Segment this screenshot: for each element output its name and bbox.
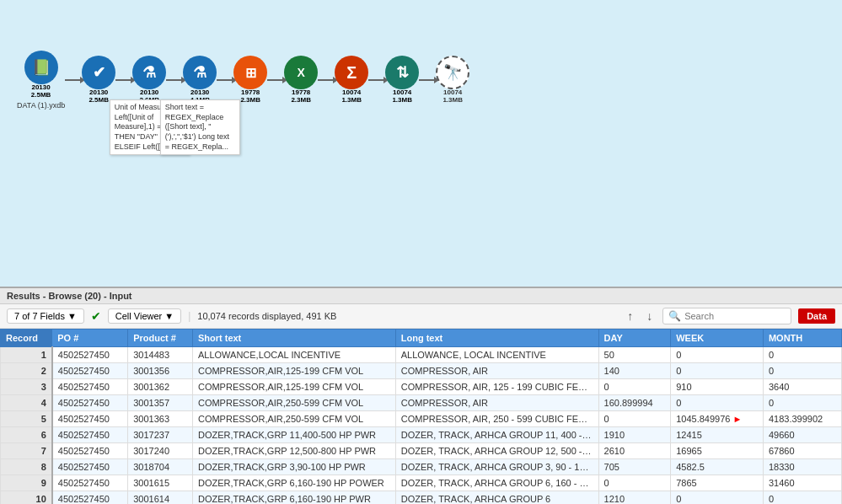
node-group-5: ⊞ 19778 2.3MB — [233, 56, 284, 105]
node-9-count: 10074 1.3MB — [442, 89, 463, 105]
node-group-8: ⇅ 10074 1.3MB — [385, 56, 436, 105]
table-cell: 67860 — [763, 443, 841, 459]
node-9-circle[interactable]: 🔭 — [436, 56, 469, 89]
table-icon: ⊞ — [245, 65, 256, 81]
table-cell: COMPRESSOR, AIR — [395, 363, 598, 379]
sigma-icon: Σ — [346, 63, 357, 83]
connector-8 — [419, 79, 436, 81]
viewer-button[interactable]: Cell Viewer ▼ — [108, 308, 181, 324]
node-6-count: 19778 2.3MB — [291, 89, 311, 105]
workflow-nodes: 📗 20130 2.5MB DATA (1).yxdb ✔ 20130 2.5M… — [8, 34, 834, 126]
table-cell: DOZER,TRACK,GRP 11,400-500 HP PWR — [192, 427, 395, 443]
table-header-row: Record PO # Product # Short text Long te… — [1, 330, 842, 347]
table-cell: 4502527450 — [52, 395, 128, 411]
fields-label: 7 of 7 Fields — [14, 311, 65, 321]
table-cell: 0 — [763, 491, 841, 505]
col-po: PO # — [52, 330, 128, 347]
table-cell: 4 — [1, 395, 52, 411]
table-cell: 0 — [598, 475, 671, 491]
table-cell: DOZER, TRACK, ARHCA GROUP 6 — [395, 491, 598, 505]
table-cell: 0 — [763, 347, 841, 363]
results-toolbar: 7 of 7 Fields ▼ ✔ Cell Viewer ▼ | 10,074… — [0, 304, 842, 329]
fields-button[interactable]: 7 of 7 Fields ▼ — [7, 308, 84, 324]
table-row: 345025274503001362COMPRESSOR,AIR,125-199… — [1, 379, 842, 395]
table-cell: DOZER,TRACK,GRP 3,90-100 HP PWR — [192, 459, 395, 475]
table-cell: 0 — [763, 395, 841, 411]
flask2-icon: ⚗ — [193, 63, 206, 82]
node-2-count: 20130 2.5MB — [88, 89, 109, 105]
connector-5 — [267, 79, 284, 81]
col-long-text: Long text — [395, 330, 598, 347]
search-input[interactable] — [684, 311, 786, 321]
node-group-1: 📗 20130 2.5MB DATA (1).yxdb — [17, 51, 82, 110]
table-cell: 910 — [671, 379, 764, 395]
table-cell: 140 — [598, 363, 671, 379]
workflow-area: 📗 20130 2.5MB DATA (1).yxdb ✔ 20130 2.5M… — [0, 0, 842, 287]
viewer-chevron-icon: ▼ — [164, 311, 174, 321]
table-cell: 0 — [671, 395, 764, 411]
node-6-circle[interactable]: X — [284, 56, 318, 89]
table-row: 145025274503014483ALLOWANCE,LOCAL INCENT… — [1, 347, 842, 363]
col-product: Product # — [128, 330, 193, 347]
node-7-count: 10074 1.3MB — [341, 89, 362, 105]
node-9[interactable]: 🔭 10074 1.3MB — [436, 56, 469, 105]
nav-down-button[interactable]: ↓ — [643, 308, 656, 324]
table-cell: 18330 — [763, 459, 841, 475]
table-cell: 49660 — [763, 427, 841, 443]
table-row: 745025274503017240DOZER,TRACK,GRP 12,500… — [1, 443, 842, 459]
node-4-circle[interactable]: ⚗ — [183, 56, 217, 89]
table-row: 945025274503001615DOZER,TRACK,GRP 6,160-… — [1, 475, 842, 491]
connector-4 — [217, 79, 233, 81]
table-cell: 31460 — [763, 475, 841, 491]
table-cell: 3017237 — [128, 427, 193, 443]
table-cell: 3001356 — [128, 363, 193, 379]
node-8[interactable]: ⇅ 10074 1.3MB — [385, 56, 419, 105]
connector-6 — [318, 79, 335, 81]
table-cell: COMPRESSOR,AIR,125-199 CFM VOL — [192, 379, 395, 395]
table-row: 545025274503001363COMPRESSOR,AIR,250-599… — [1, 411, 842, 427]
node-3-circle[interactable]: ⚗ — [132, 56, 166, 89]
node-2-circle[interactable]: ✔ — [82, 56, 115, 89]
table-cell: 1 — [1, 347, 52, 363]
col-record: Record — [1, 330, 52, 347]
nav-up-button[interactable]: ↑ — [624, 308, 636, 324]
table-cell: COMPRESSOR, AIR, 125 - 199 CUBIC FEET PE… — [395, 379, 598, 395]
node-5[interactable]: ⊞ 19778 2.3MB — [233, 56, 267, 105]
node-7[interactable]: Σ 10074 1.3MB — [335, 56, 368, 105]
table-cell: 4502527450 — [52, 411, 128, 427]
node-5-count: 19778 2.3MB — [240, 89, 260, 105]
node-1-count: 20130 2.5MB — [31, 84, 51, 99]
data-button[interactable]: Data — [798, 308, 835, 324]
records-info: 10,074 records displayed, 491 KB — [197, 311, 617, 321]
node-2[interactable]: ✔ 20130 2.5MB — [82, 56, 115, 105]
table-cell: 1045.849976 ► — [671, 411, 764, 427]
binoculars-icon: 🔭 — [443, 63, 462, 82]
table-cell: 3014483 — [128, 347, 193, 363]
table-cell: COMPRESSOR,AIR,250-599 CFM VOL — [192, 411, 395, 427]
table-cell: 7 — [1, 443, 52, 459]
table-container[interactable]: Record PO # Product # Short text Long te… — [0, 329, 842, 504]
node-4[interactable]: ⚗ 20130 4.1MB Short text = REGEX_Replace… — [183, 56, 217, 105]
table-cell: 0 — [598, 379, 671, 395]
table-cell: 3001614 — [128, 491, 193, 505]
table-cell: COMPRESSOR, AIR, 250 - 599 CUBIC FEET PE… — [395, 411, 598, 427]
node-7-circle[interactable]: Σ — [335, 56, 368, 89]
node-1-circle[interactable]: 📗 — [24, 51, 58, 84]
node-3[interactable]: ⚗ 20130 2.6MB Unit of Measure = IF Left(… — [132, 56, 166, 105]
table-cell: DOZER, TRACK, ARHCA GROUP 11, 400 - 500 … — [395, 427, 598, 443]
table-cell: 160.899994 — [598, 395, 671, 411]
results-table: Record PO # Product # Short text Long te… — [0, 329, 842, 504]
table-cell: 3017240 — [128, 443, 193, 459]
col-month: MONTH — [763, 330, 841, 347]
node-8-circle[interactable]: ⇅ — [385, 56, 419, 89]
table-cell: 0 — [671, 491, 764, 505]
node-6[interactable]: X 19778 2.3MB — [284, 56, 318, 105]
table-cell: DOZER, TRACK, ARHCA GROUP 12, 500 - 800 … — [395, 443, 598, 459]
checkmark-icon: ✔ — [91, 309, 101, 323]
node-5-circle[interactable]: ⊞ — [233, 56, 267, 89]
table-cell: 4183.399902 — [763, 411, 841, 427]
node-1[interactable]: 📗 20130 2.5MB DATA (1).yxdb — [17, 51, 65, 110]
node-group-2: ✔ 20130 2.5MB — [82, 56, 132, 105]
node-1-label: DATA (1).yxdb — [17, 101, 65, 110]
table-body: 145025274503014483ALLOWANCE,LOCAL INCENT… — [1, 347, 842, 505]
